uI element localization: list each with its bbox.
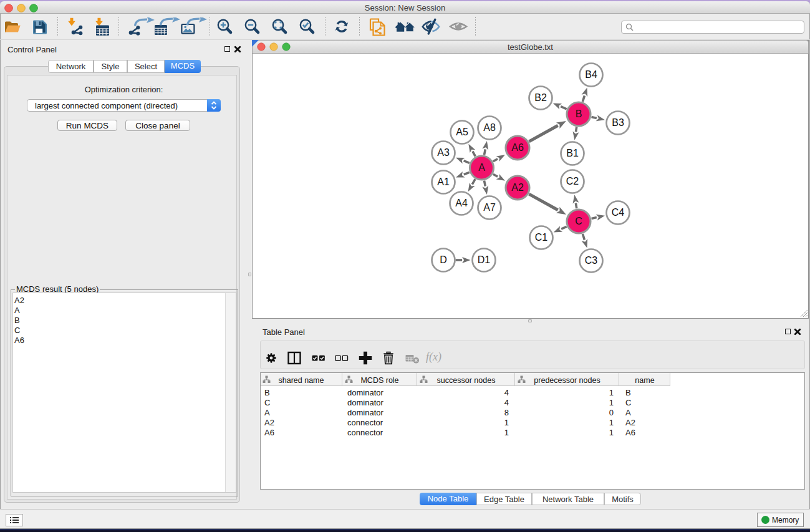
svg-text:A6: A6	[511, 142, 524, 153]
svg-text:C1: C1	[535, 232, 548, 243]
svg-text:A3: A3	[437, 147, 450, 158]
svg-text:B2: B2	[534, 92, 547, 103]
svg-text:B4: B4	[585, 69, 597, 80]
svg-text:A8: A8	[483, 122, 496, 133]
svg-text:C: C	[575, 216, 582, 226]
svg-text:B1: B1	[566, 148, 579, 158]
svg-text:A: A	[478, 162, 485, 173]
svg-text:D1: D1	[478, 254, 491, 265]
svg-text:A7: A7	[483, 202, 496, 213]
svg-text:D: D	[440, 254, 447, 265]
svg-text:C3: C3	[585, 255, 598, 266]
svg-text:A1: A1	[437, 177, 450, 187]
svg-text:C2: C2	[566, 176, 579, 186]
svg-text:A5: A5	[456, 127, 468, 137]
svg-text:B3: B3	[612, 117, 624, 128]
svg-text:A2: A2	[511, 182, 524, 193]
svg-text:C4: C4	[612, 207, 625, 218]
svg-text:A4: A4	[455, 198, 468, 208]
svg-text:B: B	[576, 109, 582, 119]
